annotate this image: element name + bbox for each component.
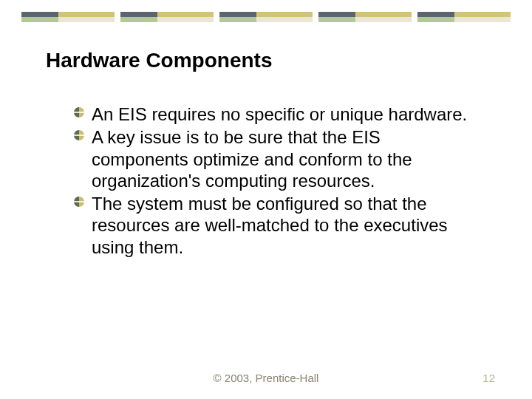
bar-segment <box>318 12 412 22</box>
list-item: A key issue is to be sure that the EIS c… <box>74 126 473 191</box>
bullet-icon <box>74 130 87 143</box>
bullet-icon <box>74 197 87 210</box>
list-item: An EIS requires no specific or unique ha… <box>74 103 473 125</box>
svg-rect-1 <box>74 134 84 136</box>
bar-segment <box>21 12 115 22</box>
svg-rect-2 <box>74 201 84 202</box>
list-item: The system must be configured so that th… <box>74 193 473 258</box>
bar-segment <box>219 12 313 22</box>
slide-footer: © 2003, Prentice-Hall 12 <box>0 372 532 384</box>
list-item-text: The system must be configured so that th… <box>92 193 473 258</box>
bar-segment <box>417 12 511 22</box>
list-item-text: An EIS requires no specific or unique ha… <box>92 103 467 125</box>
bar-segment <box>120 12 214 22</box>
slide-body: An EIS requires no specific or unique ha… <box>74 103 473 259</box>
svg-rect-0 <box>74 112 84 113</box>
slide-title: Hardware Components <box>46 49 273 72</box>
decorative-top-bars <box>18 12 514 22</box>
footer-left <box>37 372 190 384</box>
page-number: 12 <box>342 372 495 384</box>
bullet-icon <box>74 107 87 120</box>
list-item-text: A key issue is to be sure that the EIS c… <box>92 126 473 191</box>
footer-copyright: © 2003, Prentice-Hall <box>190 372 343 384</box>
